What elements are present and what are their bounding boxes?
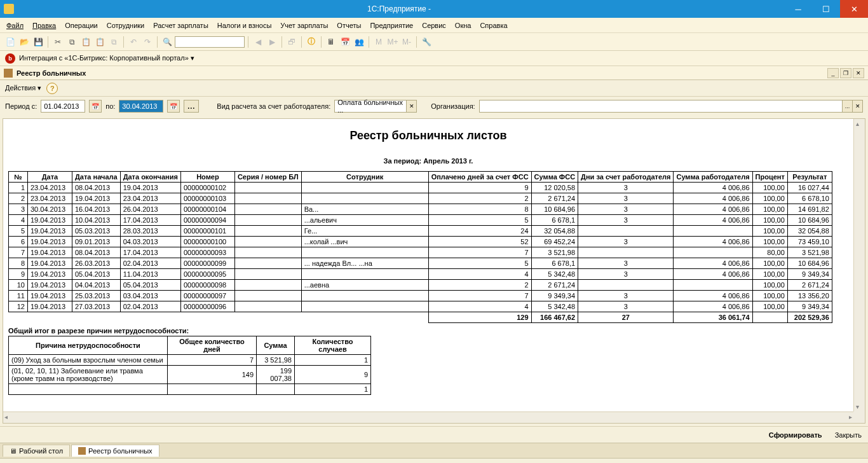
table-row[interactable]: 419.04.201310.04.201317.04.2013000000000… [9,215,832,226]
menu-help[interactable]: Справка [480,22,507,29]
table-row[interactable]: 223.04.201319.04.201323.04.2013000000001… [9,193,832,204]
date-to-input[interactable] [119,100,163,113]
calc-type-combo[interactable]: Оплата больничных ... ✕ [334,100,417,113]
table-row[interactable]: 330.04.201316.04.201326.04.2013000000001… [9,204,832,215]
table-row[interactable]: 123.04.201308.04.201319.04.2013000000001… [9,183,832,193]
doc-icon [78,447,86,455]
menu-enterprise[interactable]: Предприятие [370,22,413,29]
paste2-icon[interactable]: 📋 [93,36,106,48]
bitrix-icon: b [5,53,15,64]
desktop-icon: 🖥 [10,447,17,455]
date-to-picker[interactable]: 📅 [167,100,180,113]
date-from-input[interactable] [41,100,85,113]
open-icon[interactable]: 📂 [18,36,31,48]
table-row[interactable]: 619.04.201309.01.201304.03.2013000000001… [9,237,832,247]
calc-icon[interactable]: 🖩 [325,36,337,48]
minimize-button[interactable]: ─ [784,0,812,18]
toolbar: 📄 📂 💾 ✂ ⧉ 📋 📋 ⧉ ↶ ↷ 🔍 ◀ ▶ 🗗 ⓘ 🖩 📅 👥 M M+… [0,33,868,51]
table-row[interactable]: 919.04.201305.04.201311.04.2013000000000… [9,269,832,280]
table-row[interactable]: 519.04.201305.03.201328.03.2013000000001… [9,226,832,237]
filter-bar: Период с: 📅 по: 📅 ... Вид расчета за сче… [0,97,868,116]
close-doc-button[interactable]: Закрыть [835,431,862,439]
report-period: За период: Апрель 2013 г. [8,157,848,165]
clone-icon[interactable]: ⧉ [107,36,120,48]
nav-back-icon[interactable]: ◀ [252,36,264,48]
report-subtitle [8,145,848,155]
nav-fwd-icon[interactable]: ▶ [266,36,278,48]
save-icon[interactable]: 💾 [32,36,44,48]
doc-title: Реестр больничных [17,69,86,77]
menu-accounting[interactable]: Учет зарплаты [280,22,328,29]
org-label: Организация: [431,102,475,110]
menu-windows[interactable]: Окна [455,22,471,29]
table-row[interactable]: 1019.04.201304.04.201305.04.201300000000… [9,280,832,291]
calc-type-label: Вид расчета за счет работодателя: [217,102,330,110]
bitrix-bar: b Интеграция с «1С-Битрикс: Корпоративны… [0,51,868,66]
maximize-button[interactable]: ☐ [812,0,840,18]
menu-file[interactable]: Файл [6,22,24,29]
calendar-icon[interactable]: 📅 [339,36,351,48]
cut-icon[interactable]: ✂ [51,36,64,48]
org-clear-icon[interactable]: ✕ [852,100,862,112]
doc-restore[interactable]: ❐ [840,68,851,78]
period-dots[interactable]: ... [184,100,199,113]
table-row[interactable]: 819.04.201326.03.201302.04.2013000000000… [9,258,832,269]
report-area: Реестр больничных листов За период: Апре… [3,118,865,424]
doc-header: Реестр больничных _ ❐ ✕ [0,66,868,80]
report-scroll[interactable]: Реестр больничных листов За период: Апре… [3,119,853,411]
calc-clear-icon[interactable]: ✕ [406,100,416,112]
doc-close[interactable]: ✕ [853,68,864,78]
tabs: 🖥 Рабочий стол Реестр больничных [0,443,868,458]
scrollbar-horizontal[interactable] [3,411,853,423]
m-icon[interactable]: M [372,36,385,48]
menu-operations[interactable]: Операции [65,22,97,29]
actions-dropdown[interactable]: Действия ▾ [5,84,41,92]
doc-minimize[interactable]: _ [827,68,839,78]
table-row[interactable]: 1119.04.201325.03.201303.04.201300000000… [9,291,832,301]
mplus-icon[interactable]: M+ [386,36,399,48]
tab-desktop[interactable]: 🖥 Рабочий стол [3,445,70,457]
redo-icon[interactable]: ↷ [141,36,154,48]
menu-taxes[interactable]: Налоги и взносы [217,22,272,29]
scrollbar-vertical[interactable] [853,119,865,411]
menu-reports[interactable]: Отчеты [337,22,361,29]
help-icon[interactable]: ? [46,83,58,94]
menu-service[interactable]: Сервис [422,22,446,29]
doc-icon [4,69,13,78]
people-icon[interactable]: 👥 [353,36,365,48]
info-icon[interactable]: ⓘ [305,36,318,48]
table-row[interactable]: 1219.04.201327.03.201302.04.201300000000… [9,301,832,312]
table-row[interactable]: 719.04.201308.04.201317.04.2013000000000… [9,247,832,258]
menu-employees[interactable]: Сотрудники [107,22,145,29]
window-title: 1С:Предприятие - [14,4,784,13]
summary-table: Причина нетрудоспособностиОбщее количест… [8,336,371,395]
statusbar: Для получения подсказки нажмите F1 CAP N… [0,458,868,463]
org-dots-icon[interactable]: ... [842,100,852,112]
menubar: Файл Правка Операции Сотрудники Расчет з… [0,18,868,33]
tab-registry[interactable]: Реестр больничных [71,445,159,457]
windows-icon[interactable]: 🗗 [285,36,298,48]
menu-salary[interactable]: Расчет зарплаты [153,22,208,29]
search-input[interactable] [175,36,245,48]
app-icon [4,4,14,14]
actions-bar: Действия ▾ ? [0,80,868,97]
mminus-icon[interactable]: M- [400,36,413,48]
report-title: Реестр больничных листов [8,129,848,142]
menu-edit[interactable]: Правка [32,22,56,29]
close-button[interactable]: ✕ [840,0,868,18]
paste-icon[interactable]: 📋 [79,36,92,48]
copy-icon[interactable]: ⧉ [65,36,78,48]
bitrix-label[interactable]: Интеграция с «1С-Битрикс: Корпоративный … [19,54,194,62]
summary-title: Общий итог в разрезе причин нетрудоспосо… [8,327,848,335]
new-icon[interactable]: 📄 [4,36,17,48]
footer-actions: Сформировать Закрыть [0,426,868,443]
form-button[interactable]: Сформировать [763,429,829,441]
settings-icon[interactable]: 🔧 [420,36,433,48]
org-combo[interactable]: ... ✕ [479,100,863,113]
search-icon[interactable]: 🔍 [161,36,173,48]
undo-icon[interactable]: ↶ [127,36,140,48]
titlebar: 1С:Предприятие - ─ ☐ ✕ [0,0,868,18]
period-to-label: по: [105,102,115,110]
scroll-corner [853,411,865,423]
date-from-picker[interactable]: 📅 [89,100,102,113]
